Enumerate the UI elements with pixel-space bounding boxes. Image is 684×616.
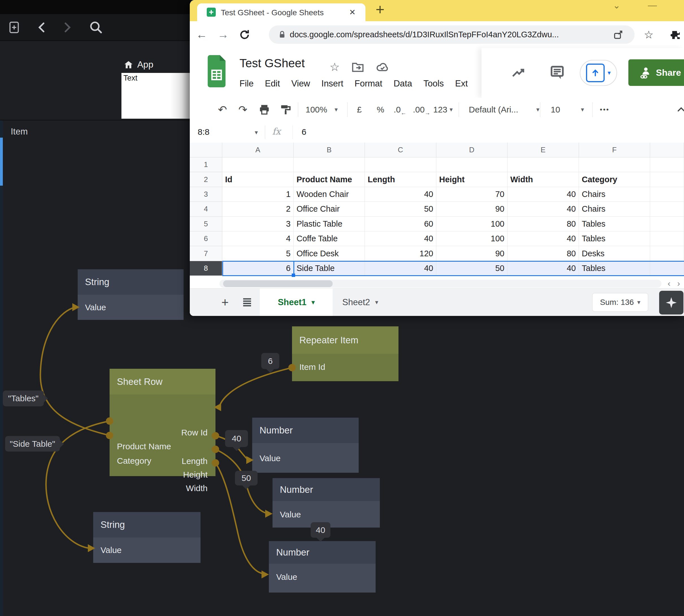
port-value[interactable]: Value <box>259 454 281 463</box>
explore-button[interactable] <box>659 291 683 314</box>
cell-E2[interactable]: Width <box>507 172 579 187</box>
port-width[interactable]: Width <box>186 483 208 493</box>
cell-C6[interactable]: 40 <box>365 232 436 246</box>
sheet-tab-sheet2[interactable]: Sheet2 ▾ <box>342 288 378 316</box>
canvas-text-widget[interactable]: Text <box>121 73 191 119</box>
row-header-3[interactable]: 3 <box>190 187 222 202</box>
select-all-corner[interactable] <box>190 143 222 157</box>
cell-G1[interactable] <box>650 157 684 172</box>
menu-data[interactable]: Data <box>394 79 412 89</box>
formula-input[interactable]: 6 <box>302 127 306 137</box>
cell-D3[interactable]: 70 <box>436 187 507 202</box>
cell-B1[interactable] <box>294 157 365 172</box>
cell-F8[interactable]: Tables <box>579 261 650 276</box>
cell-A6[interactable]: 4 <box>222 232 294 246</box>
cell-B4[interactable]: Office Chair <box>294 202 365 217</box>
menu-insert[interactable]: Insert <box>321 79 343 89</box>
star-doc-icon[interactable]: ☆ <box>329 61 340 73</box>
cell-C8[interactable]: 40 <box>365 261 436 276</box>
cell-G3[interactable] <box>650 187 684 202</box>
add-sheet-button[interactable]: + <box>222 295 229 309</box>
cell-D2[interactable]: Height <box>436 172 507 187</box>
window-minimize-icon[interactable]: — <box>648 0 657 10</box>
port-length[interactable]: Length <box>182 456 208 466</box>
cell-B7[interactable]: Office Desk <box>294 246 365 261</box>
menu-view[interactable]: View <box>291 79 310 89</box>
print-icon[interactable] <box>258 98 271 122</box>
cell-C3[interactable]: 40 <box>365 187 436 202</box>
col-header-partial[interactable] <box>650 143 684 157</box>
redo-icon[interactable]: ↷ <box>238 98 247 122</box>
cell-B8[interactable]: Side Table <box>294 261 365 276</box>
cell-G5[interactable] <box>650 217 684 232</box>
menu-ext[interactable]: Ext <box>455 79 468 89</box>
add-panel-icon[interactable] <box>8 20 20 35</box>
name-box-caret-icon[interactable]: ▾ <box>255 129 258 136</box>
cell-G4[interactable] <box>650 202 684 217</box>
share-button[interactable]: Share <box>629 59 684 86</box>
search-icon[interactable] <box>89 20 104 35</box>
back-icon[interactable] <box>37 21 46 34</box>
col-header-C[interactable]: C <box>365 143 436 157</box>
paint-format-icon[interactable] <box>279 98 292 122</box>
cell-A1[interactable] <box>222 157 294 172</box>
scroll-left-icon[interactable]: ‹ <box>668 279 670 288</box>
cell-D7[interactable]: 90 <box>436 246 507 261</box>
increase-decimal-button[interactable]: .00→ <box>413 98 430 122</box>
row-header-7[interactable]: 7 <box>190 246 222 261</box>
node-number-width[interactable]: Number Value <box>269 541 375 593</box>
menu-edit[interactable]: Edit <box>265 79 280 89</box>
node-string-top[interactable]: String Value <box>78 269 184 320</box>
bookmark-star-icon[interactable]: ☆ <box>644 21 654 48</box>
port-value[interactable]: Value <box>100 545 122 555</box>
cell-A2[interactable]: Id <box>222 172 294 187</box>
forward-icon[interactable] <box>63 21 72 34</box>
menu-tools[interactable]: Tools <box>423 79 444 89</box>
cell-G6[interactable] <box>650 232 684 246</box>
node-repeater-item[interactable]: Repeater Item Item Id <box>292 326 398 381</box>
scroll-right-icon[interactable]: › <box>677 279 680 288</box>
col-header-D[interactable]: D <box>436 143 507 157</box>
cell-F5[interactable]: Tables <box>579 217 650 232</box>
port-value[interactable]: Value <box>85 303 106 312</box>
cell-F6[interactable]: Tables <box>579 232 650 246</box>
cell-A4[interactable]: 2 <box>222 202 294 217</box>
menu-format[interactable]: Format <box>355 79 382 89</box>
cell-B3[interactable]: Wooden Chair <box>294 187 365 202</box>
cell-F1[interactable] <box>579 157 650 172</box>
all-sheets-icon[interactable] <box>241 296 253 308</box>
row-header-4[interactable]: 4 <box>190 202 222 217</box>
port-category[interactable]: Category <box>117 456 151 466</box>
nav-reload-icon[interactable] <box>238 21 251 48</box>
cell-E8[interactable]: 40 <box>507 261 579 276</box>
share-page-icon[interactable] <box>613 29 623 40</box>
cell-A5[interactable]: 3 <box>222 217 294 232</box>
cell-C1[interactable] <box>365 157 436 172</box>
cell-F3[interactable]: Chairs <box>579 187 650 202</box>
format-currency-button[interactable]: £ <box>357 98 362 122</box>
collapse-toolbar-icon[interactable] <box>676 98 684 122</box>
port-row-id[interactable]: Row Id <box>181 428 208 437</box>
cell-D8[interactable]: 50 <box>436 261 507 276</box>
port-item-id[interactable]: Item Id <box>299 362 325 372</box>
extensions-puzzle-icon[interactable] <box>670 21 681 48</box>
node-sheet-row[interactable]: Sheet Row Row Id Product Name Category L… <box>110 369 215 476</box>
cell-F7[interactable]: Desks <box>579 246 650 261</box>
row-header-1[interactable]: 1 <box>190 157 222 172</box>
format-percent-button[interactable]: % <box>377 98 384 122</box>
editor-scrollbar-thumb[interactable] <box>0 138 3 186</box>
cell-C2[interactable]: Length <box>365 172 436 187</box>
menu-file[interactable]: File <box>240 79 254 89</box>
present-button[interactable]: ▾ <box>580 60 617 86</box>
cell-C7[interactable]: 120 <box>365 246 436 261</box>
row-header-5[interactable]: 5 <box>190 217 222 232</box>
sheet-tab-sheet1[interactable]: Sheet1 ▾ <box>260 288 333 316</box>
port-height[interactable]: Height <box>183 470 208 480</box>
port-value[interactable]: Value <box>276 572 297 582</box>
sum-indicator[interactable]: Sum: 136 ▾ <box>592 293 648 312</box>
new-tab-button[interactable]: + <box>375 1 385 18</box>
font-select[interactable]: Default (Ari...▾ <box>469 98 540 122</box>
cloud-status-icon[interactable] <box>376 61 389 73</box>
window-restore-icon[interactable]: ⌄ <box>613 0 620 11</box>
decrease-decimal-button[interactable]: .0← <box>394 98 406 122</box>
